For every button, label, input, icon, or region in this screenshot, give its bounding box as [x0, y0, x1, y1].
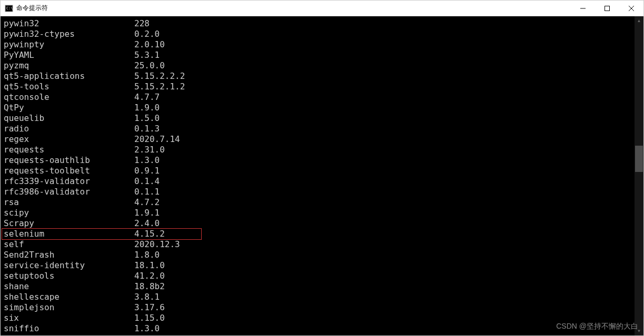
package-version: 41.2.0 [134, 271, 165, 281]
window-controls [571, 1, 643, 16]
package-version: 2.4.0 [134, 218, 160, 229]
package-version: 1.9.0 [134, 103, 160, 113]
package-name: pywinpty [4, 39, 134, 50]
package-name: rfc3986-validator [4, 187, 134, 197]
package-name: pyzmq [4, 60, 134, 71]
package-version: 5.15.2.1.2 [134, 82, 185, 92]
package-name: simplejson [4, 302, 134, 313]
package-row: PyYAML5.3.1 [4, 50, 631, 60]
package-name: queuelib [4, 113, 134, 124]
scrollbar-track[interactable] [635, 25, 643, 327]
package-row: QtPy1.9.0 [4, 103, 631, 113]
package-row: queuelib1.5.0 [4, 113, 631, 124]
scroll-down-icon[interactable]: ▼ [635, 327, 643, 335]
package-row: rsa4.7.2 [4, 197, 631, 208]
package-version: 1.9.1 [134, 208, 160, 218]
terminal-output[interactable]: pywin32228pywin32-ctypes0.2.0pywinpty2.0… [1, 16, 635, 335]
package-version: 2.0.10 [134, 39, 165, 50]
cmd-icon: C:\ [5, 4, 13, 13]
scroll-up-icon[interactable]: ▲ [635, 16, 643, 25]
package-version: 228 [134, 18, 150, 29]
package-name: requests [4, 145, 134, 155]
package-row: radio0.1.3 [4, 124, 631, 134]
maximize-button[interactable] [595, 1, 619, 16]
package-name: requests-toolbelt [4, 166, 134, 176]
svg-rect-3 [605, 6, 610, 11]
package-version: 0.1.1 [134, 187, 160, 197]
package-name: PyYAML [4, 50, 134, 60]
package-name: qt5-applications [4, 71, 134, 82]
package-name: requests-oauthlib [4, 155, 134, 166]
package-version: 3.8.1 [134, 292, 160, 302]
scrollbar-thumb[interactable] [635, 146, 643, 172]
package-name: QtPy [4, 103, 134, 113]
package-version: 0.1.4 [134, 176, 160, 187]
package-row: six1.15.0 [4, 313, 631, 323]
command-prompt-window: C:\ 命令提示符 pywin32228pywin32-ctypes0.2.0p… [0, 0, 644, 336]
package-row: pywin32228 [4, 18, 631, 29]
package-row: qtconsole4.7.7 [4, 92, 631, 103]
package-name: shellescape [4, 292, 134, 302]
package-name: rfc3339-validator [4, 176, 134, 187]
package-version: 18.1.0 [134, 260, 165, 271]
close-button[interactable] [619, 1, 643, 16]
package-row: scipy1.9.1 [4, 208, 631, 218]
titlebar: C:\ 命令提示符 [1, 1, 643, 16]
package-row: rfc3339-validator0.1.4 [4, 176, 631, 187]
package-row: pywinpty2.0.10 [4, 39, 631, 50]
package-row: pyzmq25.0.0 [4, 60, 631, 71]
package-name: qt5-tools [4, 82, 134, 92]
package-version: 0.1.3 [134, 124, 160, 134]
package-row: pywin32-ctypes0.2.0 [4, 29, 631, 39]
package-row: rfc3986-validator0.1.1 [4, 187, 631, 197]
terminal-body: pywin32228pywin32-ctypes0.2.0pywinpty2.0… [1, 16, 643, 335]
package-version: 1.15.0 [134, 313, 165, 323]
minimize-button[interactable] [571, 1, 595, 16]
package-row: regex2020.7.14 [4, 134, 631, 145]
package-name: Scrapy [4, 218, 134, 229]
package-row: self2020.12.3 [4, 239, 631, 250]
package-row: qt5-applications5.15.2.2.2 [4, 71, 631, 82]
package-row: Send2Trash1.8.0 [4, 250, 631, 260]
package-version: 1.8.0 [134, 250, 160, 260]
package-name: regex [4, 134, 134, 145]
vertical-scrollbar[interactable]: ▲ ▼ [635, 16, 643, 335]
package-version: 2.31.0 [134, 145, 165, 155]
package-name: qtconsole [4, 92, 134, 103]
package-version: 4.7.7 [134, 92, 160, 103]
package-version: 18.8b2 [134, 281, 165, 292]
package-name: setuptools [4, 271, 134, 281]
package-row: requests-oauthlib1.3.0 [4, 155, 631, 166]
package-name: six [4, 313, 134, 323]
package-name: scipy [4, 208, 134, 218]
package-row: Scrapy2.4.0 [4, 218, 631, 229]
package-row: sniffio1.3.0 [4, 323, 631, 334]
package-version: 0.9.1 [134, 166, 160, 176]
package-version: 3.17.6 [134, 302, 165, 313]
package-version: 0.2.0 [134, 29, 160, 39]
package-name: service-identity [4, 260, 134, 271]
package-row: shane18.8b2 [4, 281, 631, 292]
package-version: 1.3.0 [134, 323, 160, 334]
package-row: setuptools41.2.0 [4, 271, 631, 281]
package-version: 5.15.2.2.2 [134, 71, 185, 82]
package-version: 25.0.0 [134, 60, 165, 71]
package-row: selenium4.15.2 [4, 229, 202, 239]
package-name: pywin32 [4, 18, 134, 29]
svg-text:C:\: C:\ [6, 6, 13, 11]
package-name: shane [4, 281, 134, 292]
package-version: 5.3.1 [134, 50, 160, 60]
package-name: radio [4, 124, 134, 134]
package-row: service-identity18.1.0 [4, 260, 631, 271]
package-name: self [4, 239, 134, 250]
package-row: requests-toolbelt0.9.1 [4, 166, 631, 176]
package-name: rsa [4, 197, 134, 208]
package-name: selenium [4, 229, 134, 239]
package-row: requests2.31.0 [4, 145, 631, 155]
package-row: shellescape3.8.1 [4, 292, 631, 302]
package-row: qt5-tools5.15.2.1.2 [4, 82, 631, 92]
package-name: pywin32-ctypes [4, 29, 134, 39]
package-name: Send2Trash [4, 250, 134, 260]
package-version: 4.15.2 [134, 229, 165, 239]
package-version: 1.3.0 [134, 155, 160, 166]
